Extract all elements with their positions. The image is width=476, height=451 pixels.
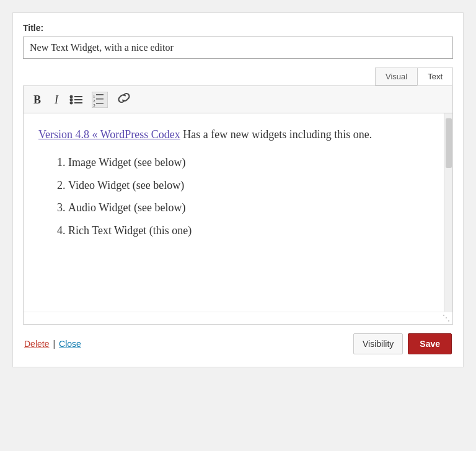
link-icon[interactable] [117, 91, 131, 108]
widget-footer: Delete | Close Visibility Save [23, 325, 453, 357]
svg-point-2 [70, 98, 73, 101]
svg-rect-8 [96, 94, 104, 95]
widget-editor: Title: Visual Text B I [12, 12, 464, 367]
svg-text:3: 3 [93, 103, 95, 108]
save-button[interactable]: Save [408, 333, 452, 354]
title-input[interactable] [23, 37, 453, 59]
svg-rect-5 [74, 102, 82, 103]
content-list: Image Widget (see below) Video Widget (s… [68, 154, 429, 240]
bold-button[interactable]: B [31, 93, 43, 107]
footer-left: Delete | Close [24, 339, 81, 349]
editor-toolbar: B I 1 2 [24, 86, 452, 113]
editor-tabs: Visual Text [23, 68, 453, 85]
close-button[interactable]: Close [59, 339, 81, 349]
tab-visual[interactable]: Visual [375, 68, 417, 85]
visibility-button[interactable]: Visibility [353, 333, 403, 354]
resize-handle[interactable]: ⋱ [24, 312, 452, 324]
svg-rect-1 [74, 96, 82, 97]
footer-right: Visibility Save [353, 333, 452, 354]
bullet-list-icon[interactable] [69, 94, 83, 106]
footer-divider: | [53, 339, 55, 349]
editor-content[interactable]: Version 4.8 « WordPress Codex Has a few … [24, 113, 444, 312]
intro-text: Has a few new widgets including this one… [180, 128, 372, 141]
svg-rect-10 [96, 99, 104, 100]
codex-link[interactable]: Version 4.8 « WordPress Codex [38, 128, 180, 141]
scrollbar[interactable] [444, 113, 452, 312]
list-item: Image Widget (see below) [68, 154, 429, 172]
list-item: Video Widget (see below) [68, 177, 429, 195]
editor-content-area: Version 4.8 « WordPress Codex Has a few … [24, 113, 452, 312]
list-item: Rich Text Widget (this one) [68, 222, 429, 240]
svg-rect-3 [74, 99, 82, 100]
list-item: Audio Widget (see below) [68, 199, 429, 217]
italic-button[interactable]: I [52, 93, 61, 107]
svg-point-4 [70, 101, 73, 104]
numbered-list-icon[interactable]: 1 2 3 [92, 92, 108, 108]
svg-point-0 [70, 95, 73, 98]
title-label: Title: [23, 23, 453, 33]
tab-text[interactable]: Text [417, 68, 453, 85]
delete-button[interactable]: Delete [24, 339, 49, 349]
svg-rect-12 [96, 103, 104, 104]
scrollbar-thumb[interactable] [446, 118, 452, 168]
editor-wrapper: B I 1 2 [23, 85, 453, 325]
